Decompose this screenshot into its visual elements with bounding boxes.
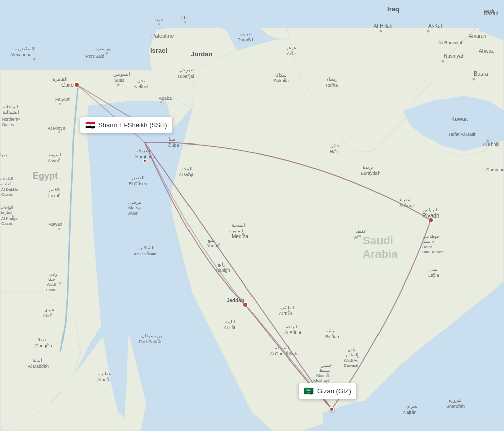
svg-text:Oases: Oases <box>1 192 13 197</box>
label-iraq: Iraq <box>387 5 399 13</box>
svg-point-30 <box>487 140 489 142</box>
svg-text:Tubarjal: Tubarjal <box>177 74 194 79</box>
svg-point-101 <box>284 78 286 80</box>
svg-text:Faiyum: Faiyum <box>55 97 71 102</box>
svg-point-42 <box>117 84 120 86</box>
svg-text:الواحات: الواحات <box>0 205 13 210</box>
svg-point-148 <box>359 235 361 237</box>
svg-text:Amarah: Amarah <box>469 33 486 39</box>
svg-text:القصير: القصير <box>131 175 145 181</box>
svg-text:عرعر: عرعر <box>286 45 296 51</box>
svg-text:Palestine: Palestine <box>151 33 174 39</box>
svg-text:وادي: وادي <box>348 348 356 352</box>
svg-point-170 <box>158 339 160 341</box>
svg-text:شقراء: شقراء <box>399 197 412 203</box>
svg-point-80 <box>12 216 14 218</box>
svg-text:عطبرة: عطبرة <box>98 371 111 377</box>
svg-text:ليلى: ليلى <box>429 267 438 272</box>
svg-text:عفيف: عفيف <box>355 229 366 234</box>
svg-text:Ha'il: Ha'il <box>330 149 338 154</box>
svg-point-56 <box>59 103 61 105</box>
svg-text:Cairo: Cairo <box>61 82 74 88</box>
giz-dot <box>329 407 334 412</box>
svg-text:Bani Tamim: Bani Tamim <box>422 250 444 254</box>
svg-point-176 <box>286 351 288 353</box>
svg-point-164 <box>232 325 234 327</box>
svg-point-186 <box>327 373 329 375</box>
svg-text:Sharurah: Sharurah <box>446 404 465 409</box>
svg-text:Jordan: Jordan <box>191 50 212 58</box>
svg-text:عبري: عبري <box>44 307 54 313</box>
svg-text:خميس: خميس <box>321 363 332 368</box>
svg-text:Aqaba: Aqaba <box>159 96 172 101</box>
svg-point-86 <box>138 181 140 183</box>
svg-text:Al Hillah: Al Hillah <box>374 23 393 29</box>
svg-text:Rafha: Rafha <box>326 83 338 88</box>
svg-text:Kuwait: Kuwait <box>451 116 468 122</box>
svg-text:نجران: نجران <box>406 404 418 409</box>
svg-text:المدينة: المدينة <box>232 223 245 228</box>
svg-point-130 <box>433 273 435 275</box>
svg-text:Sakaka: Sakaka <box>274 78 289 83</box>
svg-point-110 <box>332 83 334 85</box>
svg-point-25 <box>442 60 444 63</box>
svg-text:بريدة: بريدة <box>363 165 373 170</box>
svg-point-107 <box>291 51 293 53</box>
svg-text:Suez: Suez <box>114 78 125 83</box>
svg-text:Alam: Alam <box>128 211 139 216</box>
svg-text:Mushayt: Mushayt <box>313 378 329 383</box>
svg-text:الوجه: الوجه <box>181 166 193 172</box>
svg-text:القاهرة: القاهرة <box>53 77 68 82</box>
svg-text:Al Kharja: Al Kharja <box>1 216 18 221</box>
svg-point-136 <box>242 233 245 236</box>
svg-text:Abri: Abri <box>43 313 51 318</box>
svg-text:Al-Kut: Al-Kut <box>428 23 442 29</box>
svg-point-93 <box>138 208 140 210</box>
svg-text:Israel: Israel <box>150 47 167 54</box>
svg-text:الخارجة: الخارجة <box>0 210 12 215</box>
svg-point-145 <box>226 268 228 270</box>
svg-text:Basra: Basra <box>474 70 489 77</box>
svg-point-18 <box>427 30 430 33</box>
svg-text:مرسى: مرسى <box>128 200 141 205</box>
svg-text:Al-Rumaitah: Al-Rumaitah <box>438 40 464 45</box>
svg-text:الدواسر: الدواسر <box>345 353 358 357</box>
svg-point-83 <box>58 193 60 195</box>
svg-point-116 <box>369 171 371 173</box>
map-svg: Iraq Al Hillah Al-Kut Amarah Ahwaz Dezfu… <box>0 0 504 431</box>
svg-point-189 <box>50 313 52 315</box>
svg-text:السويس: السويس <box>113 71 130 77</box>
svg-point-127 <box>432 241 434 243</box>
svg-text:وادي: وادي <box>49 272 57 277</box>
svg-text:طبرجل: طبرجل <box>179 67 194 73</box>
svg-text:Port Said: Port Said <box>86 54 104 59</box>
svg-point-35 <box>158 23 160 25</box>
svg-text:جفرا: جفرا <box>0 153 8 157</box>
svg-text:Al-Lith: Al-Lith <box>224 325 237 330</box>
svg-text:Medina: Medina <box>232 234 248 239</box>
svg-text:Dongola: Dongola <box>35 343 52 348</box>
svg-text:Ahwaz: Ahwaz <box>479 48 494 54</box>
svg-text:Wadi: Wadi <box>47 282 56 287</box>
svg-text:Nasiriyah: Nasiriyah <box>444 53 465 59</box>
svg-text:بورتسودان: بورتسودان <box>141 333 162 339</box>
svg-text:الليث: الليث <box>225 319 235 324</box>
svg-text:الواحات: الواحات <box>0 177 13 181</box>
svg-point-104 <box>248 37 250 39</box>
svg-text:الواحات: الواحات <box>3 104 18 110</box>
svg-text:Dawasir: Dawasir <box>344 363 358 368</box>
svg-text:Nekhel: Nekhel <box>134 84 148 89</box>
svg-point-161 <box>288 310 290 312</box>
svg-point-23 <box>473 78 475 81</box>
svg-text:رابغ: رابغ <box>218 262 225 267</box>
svg-text:Arabia: Arabia <box>363 248 398 260</box>
svg-text:حائل: حائل <box>330 143 340 148</box>
svg-text:الباحة: الباحة <box>286 324 297 329</box>
svg-text:الدبة: الدبة <box>33 357 42 363</box>
svg-text:الداخلة: الداخلة <box>0 182 11 186</box>
svg-text:Ash Shalatin: Ash Shalatin <box>134 252 156 256</box>
svg-text:اسيوط: اسيوط <box>48 152 61 158</box>
svg-text:Irbid: Irbid <box>181 15 191 20</box>
svg-text:رفحاء: رفحاء <box>327 77 337 82</box>
svg-text:Egypt: Egypt <box>33 171 58 181</box>
